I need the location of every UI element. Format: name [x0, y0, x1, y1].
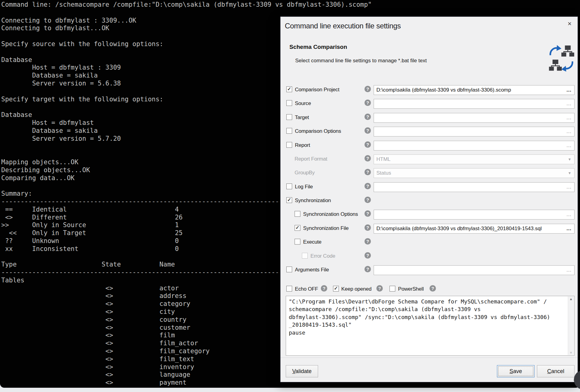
source-input[interactable]: … — [374, 99, 575, 109]
field-value: D:\comp\sakila (dbfmylast-3309 vs dbfmyl… — [376, 87, 511, 93]
row-comparison-options: Comparison Options?… — [281, 127, 578, 137]
comparison-options-help-icon[interactable]: ? — [364, 127, 371, 134]
report-label: Report — [295, 142, 310, 148]
error-code-label: Error Code — [310, 253, 335, 259]
row-groupby: GroupBy?Status▼ — [281, 168, 578, 179]
row-comparison-project: ✓Comparison Project?D:\comp\sakila (dbfm… — [281, 85, 578, 96]
source-checkbox[interactable] — [286, 100, 292, 106]
target-input[interactable]: … — [374, 113, 575, 123]
section-subtitle: Select command line file settings to man… — [295, 58, 427, 64]
dialog-title: Command line execution file settings — [285, 22, 401, 30]
report-browse-button[interactable]: … — [566, 141, 572, 150]
echo-off-help-icon[interactable]: ? — [321, 285, 327, 292]
arguments-file-checkbox[interactable] — [286, 267, 292, 272]
report-format-help-icon[interactable]: ? — [364, 155, 371, 162]
synchronization-file-checkbox[interactable]: ✓ — [295, 225, 300, 231]
keep-opened-checkbox[interactable]: ✓ — [333, 286, 339, 292]
report-format-label: Report Format — [295, 156, 327, 162]
command-line-settings-dialog: Command line execution file settings × S… — [280, 16, 578, 382]
dropdown-value: HTML — [376, 156, 390, 162]
row-synchronization-options: Synchronization Options?… — [281, 210, 578, 220]
schema-compare-icon — [549, 44, 574, 72]
log-file-input[interactable]: … — [374, 182, 575, 192]
echo-off-checkbox[interactable] — [286, 286, 292, 292]
execute-label: Execute — [303, 239, 321, 245]
validate-button[interactable]: Validate — [286, 365, 318, 377]
synchronization-options-checkbox[interactable] — [295, 211, 300, 217]
log-file-help-icon[interactable]: ? — [364, 183, 371, 189]
close-icon[interactable]: × — [565, 19, 574, 28]
source-browse-button[interactable]: … — [566, 99, 572, 108]
chevron-down-icon: ▼ — [568, 155, 571, 164]
comparison-options-input[interactable]: … — [374, 127, 575, 136]
row-report-format: Report Format?HTML▼ — [281, 154, 578, 165]
error-code-checkbox[interactable] — [302, 253, 308, 259]
focus-rect — [498, 366, 533, 376]
groupby-help-icon[interactable]: ? — [364, 169, 371, 175]
synchronization-file-input[interactable]: D:\comp\sakila (dbfmylast-3309 vs dbfmyl… — [374, 224, 575, 234]
powershell-help-icon[interactable]: ? — [430, 285, 436, 292]
error-code-help-icon[interactable]: ? — [364, 252, 371, 259]
comparison-project-input[interactable]: D:\comp\sakila (dbfmylast-3309 vs dbfmyl… — [374, 85, 575, 95]
scroll-up-icon[interactable]: ▲ — [568, 297, 574, 301]
comparison-project-browse-button[interactable]: … — [566, 85, 572, 95]
synchronization-file-help-icon[interactable]: ? — [364, 224, 371, 231]
arguments-file-input[interactable]: … — [374, 265, 575, 275]
row-target: Target?… — [281, 113, 578, 123]
comparison-options-checkbox[interactable] — [286, 128, 292, 134]
synchronization-help-icon[interactable]: ? — [364, 197, 371, 203]
report-help-icon[interactable]: ? — [364, 141, 371, 148]
report-format-dropdown[interactable]: HTML▼ — [374, 154, 575, 164]
row-report: Report?… — [281, 141, 578, 151]
log-file-browse-button[interactable]: … — [566, 183, 572, 192]
row-execute: Execute? — [281, 238, 578, 248]
synchronization-label: Synchronization — [295, 198, 331, 204]
synchronization-options-browse-button[interactable]: … — [566, 210, 572, 219]
synchronization-file-label: Synchronization File — [303, 225, 349, 231]
row-error-code: Error Code? — [281, 252, 578, 262]
source-help-icon[interactable]: ? — [364, 100, 371, 106]
comparison-project-help-icon[interactable]: ? — [364, 86, 371, 92]
execute-checkbox[interactable] — [295, 239, 300, 245]
synchronization-options-label: Synchronization Options — [303, 211, 358, 217]
comparison-options-label: Comparison Options — [295, 128, 341, 134]
arguments-file-browse-button[interactable]: … — [566, 266, 572, 275]
row-synchronization-file: ✓Synchronization File?D:\comp\sakila (db… — [281, 224, 578, 234]
comparison-project-checkbox[interactable]: ✓ — [286, 86, 292, 92]
target-checkbox[interactable] — [286, 114, 292, 120]
section-title: Schema Comparison — [289, 44, 347, 50]
report-input[interactable]: … — [374, 141, 575, 151]
save-button[interactable]: Save — [497, 365, 535, 377]
target-help-icon[interactable]: ? — [364, 114, 371, 120]
report-checkbox[interactable] — [286, 142, 292, 148]
footer-divider — [281, 358, 578, 358]
scrollbar[interactable]: ▲ ▼ — [568, 296, 574, 355]
echo-off-label: Echo OFF — [295, 286, 318, 292]
arguments-file-help-icon[interactable]: ? — [364, 266, 371, 272]
row-log-file: Log File?… — [281, 182, 578, 193]
target-label: Target — [295, 114, 309, 121]
synchronization-options-input[interactable]: … — [374, 210, 575, 220]
synchronization-options-help-icon[interactable]: ? — [364, 210, 371, 217]
bat-options: Echo OFF?✓Keep opened?PowerShell? — [281, 285, 578, 295]
dropdown-value: Status — [376, 170, 391, 176]
scroll-down-icon[interactable]: ▼ — [568, 351, 574, 354]
target-browse-button[interactable]: … — [566, 113, 572, 122]
log-file-checkbox[interactable] — [286, 183, 292, 189]
comparison-project-label: Comparison Project — [295, 87, 339, 93]
field-value: D:\comp\sakila (dbfmylast-3309 vs dbfmyl… — [376, 226, 542, 231]
synchronization-checkbox[interactable]: ✓ — [286, 197, 292, 203]
arguments-file-label: Arguments File — [295, 267, 329, 273]
comparison-options-browse-button[interactable]: … — [566, 127, 572, 136]
powershell-checkbox[interactable] — [390, 286, 395, 292]
groupby-dropdown[interactable]: Status▼ — [374, 168, 575, 178]
keep-opened-label: Keep opened — [341, 286, 372, 292]
execute-help-icon[interactable]: ? — [364, 238, 371, 245]
keep-opened-help-icon[interactable]: ? — [376, 285, 383, 292]
chevron-down-icon: ▼ — [568, 169, 571, 178]
row-arguments-file: Arguments File?… — [281, 265, 578, 276]
synchronization-file-browse-button[interactable]: … — [566, 224, 572, 233]
row-synchronization: ✓Synchronization? — [281, 196, 578, 206]
cancel-button[interactable]: Cancel — [537, 365, 575, 377]
bat-file-text-area[interactable]: "C:\Program Files\Devart\dbForge Schema … — [286, 296, 575, 356]
